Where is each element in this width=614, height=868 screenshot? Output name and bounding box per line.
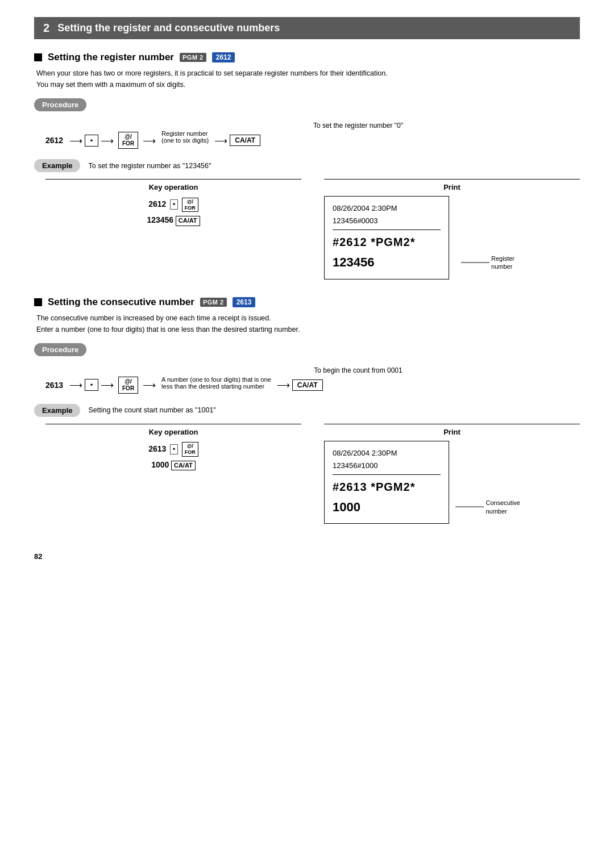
receipt-line4-1: 123456 (333, 255, 374, 269)
kop-at-1: @/FOR (182, 198, 198, 212)
receipt-line1-2: 08/26/2004 2:30PM (333, 447, 441, 460)
arrow-6: ⟶ (101, 379, 114, 390)
arrow-7: ⟶ (143, 379, 156, 390)
register-subsection-title: Setting the register number PGM 2 2612 (34, 52, 580, 63)
example-label-2: Example (34, 404, 80, 417)
at-for-key-2: @/FOR (118, 377, 138, 394)
section-header: 2 Setting the register and consecutive n… (34, 17, 580, 39)
example-label-1: Example (34, 159, 80, 172)
consecutive-number-section: Setting the consecutive number PGM 2 261… (34, 297, 580, 524)
page-number: 82 (34, 552, 580, 561)
annot-text-1: Register number (491, 254, 515, 271)
section-title: Setting the register and consecutive num… (57, 22, 280, 34)
consecutive-description: The consecutive number is increased by o… (36, 312, 580, 335)
reg-num-label: Register number (161, 130, 208, 137)
procedure-flow-1: 2612 ⟶ • ⟶ @/FOR ⟶ Register number (one … (45, 132, 580, 149)
key-op-header-1: Key operation (45, 179, 301, 191)
at-for-key-1: @/FOR (118, 132, 138, 149)
key-op-body-1: 2612 • @/FOR 123456 CA/AT (45, 196, 301, 228)
key-print-section-1: Key operation 2612 • @/FOR 123456 CA/AT … (45, 179, 580, 279)
kop-at-2: @/FOR (182, 442, 198, 457)
consec-num-sub: less than the desired starting number (161, 383, 264, 390)
procedure-diagram-2: To begin the count from 0001 2613 ⟶ • ⟶ … (45, 366, 580, 394)
kop-dot-2: • (170, 445, 180, 453)
key-operation-1: Key operation 2612 • @/FOR 123456 CA/AT (45, 179, 301, 228)
register-title-text: Setting the register number (48, 52, 174, 63)
register-description: When your store has two or more register… (36, 68, 580, 90)
consecutive-subsection-title: Setting the consecutive number PGM 2 261… (34, 297, 580, 308)
kop-num-2: 1000 (151, 460, 169, 469)
receipt-line4-wrap-2: 1000 Consecutive number (333, 496, 441, 518)
arrow-1: ⟶ (69, 135, 82, 146)
code-badge-2: 2613 (233, 297, 256, 307)
kop-num-1: 123456 (147, 215, 173, 224)
key-print-section-2: Key operation 2613 • @/FOR 1000 CA/AT Pr… (45, 424, 580, 524)
arrow-2: ⟶ (101, 135, 114, 146)
code-badge: 2612 (212, 52, 235, 62)
black-square-icon (34, 53, 42, 61)
consecutive-title-text: Setting the consecutive number (48, 297, 194, 308)
pgm-badge-2: PGM 2 (200, 298, 227, 307)
receipt-line4-wrap-1: 123456 Register number (333, 252, 441, 273)
receipt-line2-1: 123456#0003 (333, 215, 441, 230)
print-section-1: Print 08/26/2004 2:30PM 123456#0003 #261… (324, 179, 580, 279)
consecutive-desc2: Enter a number (one to four digits) that… (36, 324, 580, 335)
print-section-2: Print 08/26/2004 2:30PM 123456#1000 #261… (324, 424, 580, 524)
key-op-header-2: Key operation (45, 424, 301, 436)
example-row-1: Example To set the register number as "1… (34, 159, 580, 172)
receipt-box-2: 08/26/2004 2:30PM 123456#1000 #2613 *PGM… (324, 441, 449, 524)
kop-caat-2: CA/AT (171, 461, 196, 470)
pgm-badge: PGM 2 (180, 53, 206, 62)
caat-key-2: CA/AT (292, 379, 323, 391)
consec-num-label: A number (one to four digits) that is on… (161, 376, 271, 383)
section-number: 2 (43, 22, 49, 35)
flow-code-2: 2613 (45, 381, 67, 390)
above-flow-label-2: To begin the count from 0001 (136, 366, 580, 374)
arrow-4: ⟶ (214, 135, 227, 146)
caat-key-1: CA/AT (230, 135, 260, 146)
arrow-8: ⟶ (277, 379, 290, 390)
flow-code-1: 2612 (45, 136, 67, 145)
example-text-1: To set the register number as "123456" (88, 162, 211, 170)
annot-line-2 (455, 507, 484, 507)
reg-num-sub: (one to six digits) (161, 137, 209, 144)
print-header-1: Print (324, 179, 580, 191)
receipt-box-1: 08/26/2004 2:30PM 123456#0003 #2612 *PGM… (324, 196, 449, 279)
arrow-3: ⟶ (143, 135, 156, 146)
procedure-label-1: Procedure (34, 98, 86, 111)
above-flow-label-1: To set the register number "0" (136, 122, 580, 130)
register-annotation: Register number (461, 254, 515, 271)
key-operation-2: Key operation 2613 • @/FOR 1000 CA/AT (45, 424, 301, 473)
kop-code-1: 2612 (148, 199, 166, 208)
dot-key-1: • (85, 135, 98, 147)
arrow-5: ⟶ (69, 379, 82, 390)
consecutive-annotation: Consecutive number (455, 499, 520, 515)
procedure-diagram-1: To set the register number "0" 2612 ⟶ • … (45, 122, 580, 149)
receipt-line4-2: 1000 (333, 500, 360, 514)
key-op-body-2: 2613 • @/FOR 1000 CA/AT (45, 441, 301, 473)
procedure-label-2: Procedure (34, 343, 86, 356)
dot-key-2: • (85, 379, 98, 391)
receipt-line3-2: #2613 *PGM2* (333, 477, 441, 496)
procedure-flow-2: 2613 ⟶ • ⟶ @/FOR ⟶ A number (one to four… (45, 377, 580, 394)
black-square-icon-2 (34, 298, 42, 306)
kop-caat-1: CA/AT (176, 216, 200, 226)
example-row-2: Example Setting the count start number a… (34, 404, 580, 417)
receipt-line3-1: #2612 *PGM2* (333, 232, 441, 252)
annot-line-1 (461, 262, 489, 262)
print-header-2: Print (324, 424, 580, 436)
receipt-line2-2: 123456#1000 (333, 460, 441, 475)
receipt-wrapper-2: 08/26/2004 2:30PM 123456#1000 #2613 *PGM… (324, 441, 449, 524)
example-text-2: Setting the count start number as "1001" (88, 406, 215, 414)
kop-code-2: 2613 (148, 444, 166, 453)
annot-text-2: Consecutive number (486, 499, 520, 515)
register-number-section: Setting the register number PGM 2 2612 W… (34, 52, 580, 279)
receipt-wrapper-1: 08/26/2004 2:30PM 123456#0003 #2612 *PGM… (324, 196, 449, 279)
kop-dot-1: • (170, 200, 180, 208)
consecutive-desc1: The consecutive number is increased by o… (36, 312, 580, 324)
receipt-line1-1: 08/26/2004 2:30PM (333, 202, 441, 215)
